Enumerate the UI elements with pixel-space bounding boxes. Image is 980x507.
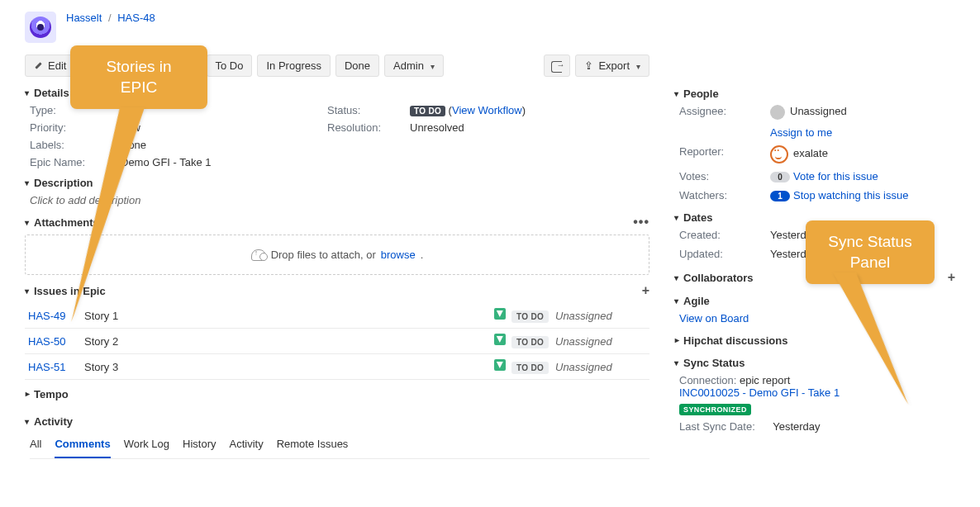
issue-key-link[interactable]: HAS-50 <box>28 335 66 348</box>
section-attachments-header[interactable]: ▾ Attachments ••• <box>25 215 649 230</box>
section-agile-title: Agile <box>683 295 710 307</box>
table-row[interactable]: HAS-51 Story 3 TO DO Unassigned <box>25 354 649 380</box>
attachments-browse-link[interactable]: browse <box>381 249 416 261</box>
issue-assignee: Unassigned <box>552 329 649 354</box>
issue-assignee: Unassigned <box>552 303 649 329</box>
tab-history[interactable]: History <box>183 433 216 458</box>
tab-work-log[interactable]: Work Log <box>124 433 169 458</box>
issues-in-epic-table: HAS-49 Story 1 TO DO Unassigned HAS-50 S… <box>25 303 649 380</box>
tab-activity[interactable]: Activity <box>230 433 264 458</box>
assign-to-me-link[interactable]: Assign to me <box>770 126 955 139</box>
export-icon: ⇪ <box>584 59 593 72</box>
assignee-value[interactable]: Unassigned <box>770 105 955 120</box>
section-agile-header[interactable]: ▾ Agile <box>674 295 955 307</box>
sync-connection-value: epic report <box>740 374 790 386</box>
details-epic-name-value: Demo GFI - Take 1 <box>121 156 327 168</box>
chevron-down-icon: ▾ <box>25 417 29 426</box>
section-tempo-header[interactable]: ▾ Tempo <box>25 388 649 400</box>
avatar-reporter-icon <box>770 145 788 163</box>
details-priority-value: Low <box>121 121 327 134</box>
tab-comments[interactable]: Comments <box>55 433 110 458</box>
people-panel: Assignee: Unassigned Assign to me Report… <box>679 105 955 201</box>
chevron-right-icon: ▾ <box>22 392 31 396</box>
admin-button[interactable]: Admin <box>384 54 444 77</box>
section-issues-in-epic-header[interactable]: ▾ Issues in Epic + <box>25 283 649 298</box>
section-hipchat-title: Hipchat discussions <box>683 334 787 347</box>
issue-summary: Story 1 <box>81 303 454 329</box>
issue-assignee: Unassigned <box>552 354 649 380</box>
section-people-header[interactable]: ▾ People <box>674 88 955 100</box>
story-icon <box>494 359 506 371</box>
status-pill: TO DO <box>511 336 549 348</box>
watch-link[interactable]: Stop watching this issue <box>793 189 908 201</box>
chevron-right-icon: ▾ <box>672 339 681 343</box>
sync-last-sync-label: Last Sync Date: <box>679 420 755 433</box>
share-button[interactable] <box>544 54 570 77</box>
breadcrumb-project-link[interactable]: Hasselt <box>66 12 102 24</box>
status-badge: TO DO <box>410 106 445 116</box>
transition-todo-button[interactable]: To Do <box>207 54 253 77</box>
details-status-value: TO DO (View Workflow) <box>410 104 575 116</box>
upload-cloud-icon <box>251 249 266 261</box>
issue-summary: Story 2 <box>81 329 454 354</box>
section-collaborators-title: Collaborators <box>683 272 754 284</box>
table-row[interactable]: HAS-49 Story 1 TO DO Unassigned <box>25 303 649 329</box>
chevron-down-icon: ▾ <box>25 178 29 187</box>
vote-link[interactable]: Vote for this issue <box>793 170 878 182</box>
edit-label: Edit <box>48 59 66 72</box>
reporter-value[interactable]: exalate <box>770 145 955 163</box>
status-pill: TO DO <box>511 362 549 374</box>
sync-remote-link[interactable]: INC0010025 - Demo GFI - Take 1 <box>679 386 840 399</box>
section-description-title: Description <box>34 177 93 189</box>
edit-button[interactable]: Edit <box>25 54 75 77</box>
votes-count-badge: 0 <box>770 172 790 182</box>
chevron-down-icon <box>635 59 640 72</box>
transition-done-button[interactable]: Done <box>335 54 379 77</box>
chevron-down-icon: ▾ <box>25 88 29 97</box>
transition-in-progress-button[interactable]: In Progress <box>257 54 330 77</box>
chevron-down-icon: ▾ <box>674 213 678 222</box>
attachments-drop-text: Drop files to attach, or <box>271 249 376 261</box>
chevron-down-icon: ▾ <box>674 273 678 282</box>
details-labels-value: None <box>121 139 327 151</box>
details-status-label: Status: <box>327 104 410 116</box>
view-on-board-link[interactable]: View on Board <box>679 312 749 325</box>
sync-last-sync-value: Yesterday <box>773 420 820 433</box>
project-avatar[interactable] <box>25 12 56 43</box>
add-issue-in-epic-button[interactable]: + <box>642 283 649 298</box>
issue-key-link[interactable]: HAS-51 <box>28 361 66 373</box>
details-resolution-label: Resolution: <box>327 121 410 134</box>
breadcrumb-separator: / <box>108 12 112 24</box>
watchers-count-badge: 1 <box>770 191 790 201</box>
description-placeholder[interactable]: Click to add description <box>30 194 649 206</box>
export-button[interactable]: ⇪Export <box>575 54 649 77</box>
attachments-dropzone[interactable]: Drop files to attach, or browse. <box>25 235 649 275</box>
section-dates-title: Dates <box>683 211 712 224</box>
sync-status-badge: SYNCHRONIZED <box>679 404 751 415</box>
issue-summary: Story 3 <box>81 354 454 380</box>
reporter-label: Reporter: <box>679 145 770 158</box>
admin-label: Admin <box>393 59 424 72</box>
section-activity-header[interactable]: ▾ Activity <box>25 415 649 428</box>
breadcrumb-issue-link[interactable]: HAS-48 <box>117 12 155 24</box>
tab-remote-issues[interactable]: Remote Issues <box>277 433 349 458</box>
tab-all[interactable]: All <box>30 433 41 458</box>
created-label: Created: <box>679 229 770 241</box>
section-sync-status-header[interactable]: ▾ Sync Status <box>674 357 955 369</box>
chevron-down-icon: ▾ <box>25 218 29 227</box>
attachments-more-icon[interactable]: ••• <box>633 215 649 230</box>
activity-tabs: All Comments Work Log History Activity R… <box>30 433 649 459</box>
table-row[interactable]: HAS-50 Story 2 TO DO Unassigned <box>25 329 649 354</box>
section-sync-status-title: Sync Status <box>683 357 745 369</box>
view-workflow-link[interactable]: View Workflow <box>452 104 522 116</box>
assignee-label: Assignee: <box>679 105 770 117</box>
share-icon <box>551 61 563 71</box>
watchers-label: Watchers: <box>679 189 770 201</box>
section-hipchat-header[interactable]: ▾ Hipchat discussions <box>674 334 955 347</box>
chevron-down-icon: ▾ <box>674 358 678 367</box>
sync-connection-label: Connection: <box>679 374 736 386</box>
story-icon <box>494 308 506 320</box>
pencil-icon <box>34 61 43 70</box>
votes-label: Votes: <box>679 170 770 182</box>
add-collaborator-button[interactable]: + <box>948 270 955 285</box>
